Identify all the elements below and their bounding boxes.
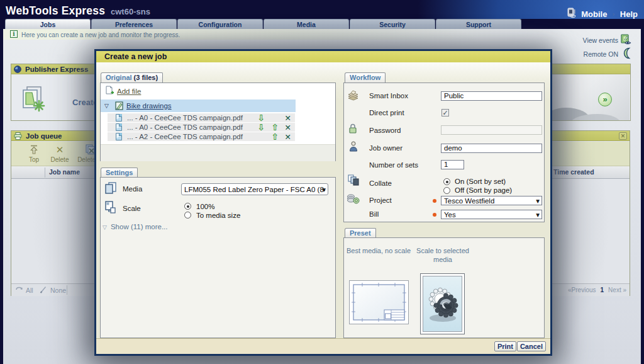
select-all-link[interactable]: All [26,287,33,294]
bill-required-icon [433,213,436,217]
scale-100-radio[interactable] [184,203,191,210]
collapse-triangle-icon[interactable]: ▽ [104,103,112,109]
add-file-icon[interactable] [105,86,114,98]
create-job-dialog: Create a new job Original (3 files) Add … [94,49,552,356]
preset-scale-media-thumbnail[interactable] [420,273,465,334]
remove-file-icon[interactable]: ✕ [285,133,291,141]
collate-on-radio[interactable] [443,178,450,185]
create-new-job-icon[interactable] [19,86,47,115]
show-more-label: Show (11) more... [111,223,168,230]
pagination-next[interactable]: Next » [608,287,626,293]
remote-status-label[interactable]: Remote ON [584,50,618,58]
view-events-icon[interactable] [620,34,632,48]
dialog-title: Create a new job [96,51,550,62]
select-caret-icon: ▼ [322,186,326,192]
select-all-icon [15,286,23,294]
collate-on-label: On (Sort by set) [455,178,506,185]
project-select[interactable]: Tesco Westfield ▼ [441,196,542,205]
file-group-link[interactable]: Bike drawings [126,102,172,110]
drawings-group-icon [115,101,123,110]
tab-media[interactable]: Media [264,19,349,29]
pdf-file-icon [116,133,122,140]
column-job-name[interactable]: Job name [49,168,80,176]
pagination-previous[interactable]: «Previous [568,287,596,293]
promo-next-arrow-icon[interactable]: » [598,93,612,106]
top-button[interactable]: Top [21,144,47,163]
smart-inbox-input[interactable]: Public [441,91,542,101]
tab-original-label: Original [106,74,132,81]
top-icon [21,144,47,156]
help-link[interactable]: Help [620,9,638,19]
tab-security[interactable]: Security [350,19,435,29]
publisher-express-title: Publisher Express [25,65,88,73]
remote-on-icon[interactable] [622,47,631,62]
password-lock-icon [348,123,357,136]
move-up-icon[interactable]: ⇧ [271,133,279,141]
remove-file-icon[interactable]: ✕ [285,123,291,132]
job-queue-title: Job queue [26,132,62,140]
view-events-link[interactable]: View events [583,37,618,44]
project-required-icon [433,199,436,203]
file-group-row[interactable]: ▽ Bike drawings [101,100,296,112]
print-button[interactable]: Print [494,341,516,351]
scale-media-radio[interactable] [184,212,191,219]
file-row[interactable]: ... - A2 - CeeCee TDS campaign.pdf ⇩ ⇧ ✕ [108,132,295,141]
move-down-icon[interactable]: ⇩ [257,114,265,122]
add-file-link[interactable]: Add file [117,88,141,95]
bill-value: Yes [444,211,456,219]
preset-option-2-label: Scale to selected media [414,246,471,264]
smart-inbox-label: Smart Inbox [369,92,408,100]
collate-off-label: Off (Sort by page) [455,186,512,194]
workflow-panel: Smart Inbox Public Direct print ✓ Passwo… [343,82,545,222]
select-caret-icon: ▼ [536,198,540,203]
select-none-link[interactable]: None [50,287,66,294]
pdf-file-icon [116,123,122,131]
device-name: cwt60-sns [111,7,150,16]
collate-off-radio[interactable] [443,187,450,194]
bill-label: Bill [369,210,379,218]
pagination: «Previous1Next » [568,287,626,293]
tab-settings-label: Settings [106,169,133,176]
number-of-sets-input[interactable]: 1 [441,160,464,169]
preset-best-media-thumbnail[interactable] [349,280,409,324]
cancel-button[interactable]: Cancel [517,341,546,351]
scale-icon [104,201,116,216]
app-title: WebTools Express [6,4,105,18]
tab-workflow: Workflow [345,72,386,82]
move-up-icon[interactable]: ⇧ [271,123,279,132]
project-cost-icon [347,193,360,207]
tab-configuration[interactable]: Configuration [177,19,263,29]
scale-100-label: 100% [196,203,214,210]
job-queue-close-icon[interactable]: ✕ [619,132,627,140]
project-value: Tesco Westfield [444,197,494,205]
file-row[interactable]: ... - A0 - CeeCee TDS campaign.pdf ⇩ ⇧ ✕ [108,123,295,132]
mobile-icon [566,8,576,20]
direct-print-checkbox[interactable]: ✓ [441,109,449,117]
media-label: Media [123,185,142,193]
printer-icon [14,132,22,140]
show-more-link[interactable]: ▽Show (11) more... [103,223,167,230]
file-name: ... - A0 - CeeCee TDS campaign.pdf [127,114,243,122]
file-name: ... - A2 - CeeCee TDS campaign.pdf [127,133,243,140]
file-row[interactable]: ... - A0 - CeeCee TDS campaign.pdf ⇩ ⇧ ✕ [108,113,295,122]
tab-support[interactable]: Support [436,19,521,29]
media-select[interactable]: LFM055 Red Label Zero Paper - FSC A0 (84… [181,183,328,195]
tab-preferences[interactable]: Preferences [91,19,177,29]
tab-jobs[interactable]: Jobs [5,19,91,29]
remove-file-icon[interactable]: ✕ [285,114,291,122]
delete-icon: ✕ [47,144,73,156]
delete-button[interactable]: ✕ Delete [47,144,73,163]
delete-label: Delete [47,156,73,163]
file-name: ... - A0 - CeeCee TDS campaign.pdf [127,123,243,131]
column-time-created[interactable]: Time created [553,168,594,176]
pagination-current-page: 1 [601,287,604,293]
number-of-sets-label: Number of sets [369,161,418,169]
bill-select[interactable]: Yes ▼ [441,210,542,219]
job-owner-icon [349,141,358,154]
job-owner-input[interactable]: demo [441,144,542,153]
move-down-icon[interactable]: ⇩ [257,123,265,132]
scale-label: Scale [123,205,141,212]
mobile-link[interactable]: Mobile [581,9,607,19]
pdf-file-icon [116,114,122,122]
preset-panel: Best media, no scale Scale to selected m… [343,237,545,338]
